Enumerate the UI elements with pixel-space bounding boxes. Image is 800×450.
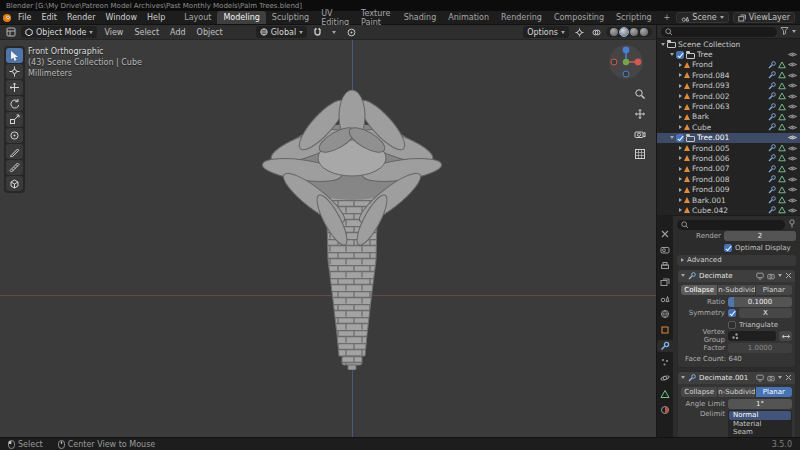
menu-window[interactable]: Window xyxy=(100,11,142,24)
tool-measure[interactable] xyxy=(6,160,23,175)
menu-file[interactable]: File xyxy=(13,11,36,24)
modifier-header[interactable]: Decimate xyxy=(678,270,795,282)
workspace-tab-animation[interactable]: Animation xyxy=(442,11,495,24)
tool-transform[interactable] xyxy=(6,128,23,143)
outliner-row-mesh[interactable]: Frond.063 xyxy=(657,101,800,111)
display-viewport-icon[interactable] xyxy=(756,374,764,382)
outliner-row-mesh[interactable]: Frond.093 xyxy=(657,81,800,91)
factor-slider[interactable]: 1.0000 xyxy=(728,343,792,353)
tab-physics[interactable] xyxy=(658,372,672,384)
tab-output[interactable] xyxy=(658,260,672,272)
zoom-button[interactable] xyxy=(634,88,646,102)
eye-icon[interactable] xyxy=(788,176,797,183)
modifier-extras-chevron[interactable] xyxy=(778,376,782,379)
workspace-tab-rendering[interactable]: Rendering xyxy=(495,11,548,24)
3d-viewport[interactable]: Front Orthographic (43) Scene Collection… xyxy=(0,40,656,437)
outliner-row-mesh[interactable]: Frond.008 xyxy=(657,174,800,184)
symmetry-checkbox[interactable] xyxy=(728,309,736,317)
camera-view-button[interactable] xyxy=(634,128,646,142)
tab-particles[interactable] xyxy=(658,356,672,368)
outliner-options-chevron[interactable] xyxy=(792,30,796,33)
workspace-tab-layout[interactable]: Layout xyxy=(178,11,217,24)
tab-material[interactable] xyxy=(658,404,672,416)
outliner-row-mesh[interactable]: Cube.042 xyxy=(657,205,800,215)
scene-selector[interactable]: Scene xyxy=(676,12,728,23)
add-workspace-button[interactable]: + xyxy=(658,11,677,24)
menu-edit[interactable]: Edit xyxy=(36,11,62,24)
expand-icon[interactable] xyxy=(679,115,682,119)
outliner-row-mesh[interactable]: Cube xyxy=(657,122,800,132)
eye-icon[interactable] xyxy=(788,186,797,193)
expand-icon[interactable] xyxy=(679,156,682,160)
mode-collapse-button[interactable]: Collapse xyxy=(681,387,717,397)
eye-icon[interactable] xyxy=(788,103,797,110)
editor-type-button[interactable] xyxy=(4,26,18,38)
outliner-row-scene-collection[interactable]: Scene Collection xyxy=(657,39,800,49)
menu-render[interactable]: Render xyxy=(62,11,100,24)
tool-rotate[interactable] xyxy=(6,96,23,111)
mode-unsubdivide-button[interactable]: Un-Subdivide xyxy=(718,387,754,397)
eye-icon[interactable] xyxy=(788,197,797,204)
tool-cursor[interactable] xyxy=(6,64,23,79)
snap-settings-button[interactable] xyxy=(327,26,341,38)
expand-icon[interactable] xyxy=(679,63,682,67)
expand-icon[interactable] xyxy=(679,105,682,109)
tab-object[interactable] xyxy=(658,324,672,336)
tab-object-data[interactable] xyxy=(658,388,672,400)
outliner-row-mesh[interactable]: Bark.001 xyxy=(657,195,800,205)
advanced-panel-header[interactable]: Advanced xyxy=(677,255,796,266)
show-overlays-button[interactable] xyxy=(589,26,603,38)
angle-limit-slider[interactable]: 1° xyxy=(728,399,792,409)
outliner-row-mesh[interactable]: Frond.007 xyxy=(657,164,800,174)
collection-checkbox[interactable] xyxy=(676,134,684,142)
eye-icon[interactable] xyxy=(788,82,797,89)
mode-planar-button[interactable]: Planar xyxy=(756,285,792,295)
tab-view-layer[interactable] xyxy=(658,276,672,288)
tab-render[interactable] xyxy=(658,244,672,256)
outliner-row-mesh[interactable]: Frond.084 xyxy=(657,70,800,80)
modifier-header[interactable]: Decimate.001 xyxy=(678,372,795,384)
expand-icon[interactable] xyxy=(670,53,674,56)
expand-icon[interactable] xyxy=(679,125,682,129)
shading-material-button[interactable] xyxy=(630,28,638,36)
outliner-row-tree[interactable]: Tree xyxy=(657,49,800,59)
expand-icon[interactable] xyxy=(679,188,682,192)
display-render-icon[interactable] xyxy=(767,374,775,382)
outliner-search-input[interactable] xyxy=(675,28,773,36)
outliner-search[interactable] xyxy=(661,27,777,37)
ratio-slider[interactable]: 0.1000 xyxy=(728,297,792,307)
workspace-tab-uv-editing[interactable]: UV Editing xyxy=(315,11,355,24)
shading-rendered-button[interactable] xyxy=(640,28,648,36)
eye-icon[interactable] xyxy=(788,61,797,68)
show-gizmo-button[interactable] xyxy=(572,26,586,38)
toggle-orthographic-button[interactable] xyxy=(634,148,646,162)
eye-icon[interactable] xyxy=(788,134,797,141)
workspace-tab-texture-paint[interactable]: Texture Paint xyxy=(355,11,398,24)
eye-icon[interactable] xyxy=(788,72,797,79)
modifier-name[interactable]: Decimate xyxy=(699,272,753,280)
expand-icon[interactable] xyxy=(679,73,682,77)
view-layer-selector[interactable]: ViewLayer xyxy=(733,12,795,23)
invert-vertex-group-button[interactable] xyxy=(779,331,792,341)
mode-unsubdivide-button[interactable]: Un-Subdivide xyxy=(718,285,754,295)
eye-icon[interactable] xyxy=(788,165,797,172)
eye-icon[interactable] xyxy=(788,145,797,152)
viewport-menu-add[interactable]: Add xyxy=(166,28,190,37)
expand-icon[interactable] xyxy=(679,208,682,212)
expand-icon[interactable] xyxy=(661,43,665,46)
tool-annotate[interactable] xyxy=(6,144,23,159)
triangulate-checkbox[interactable] xyxy=(728,321,736,329)
mode-planar-button[interactable]: Planar xyxy=(756,387,792,397)
expand-icon[interactable] xyxy=(679,146,682,150)
properties-search-input[interactable] xyxy=(691,221,781,229)
expand-icon[interactable] xyxy=(679,167,682,171)
tab-modifiers[interactable] xyxy=(657,340,673,352)
viewport-menu-object[interactable]: Object xyxy=(193,28,227,37)
outliner-row-mesh[interactable]: Bark xyxy=(657,112,800,122)
modifier-name[interactable]: Decimate.001 xyxy=(699,374,753,382)
viewport-menu-select[interactable]: Select xyxy=(130,28,163,37)
workspace-tab-sculpting[interactable]: Sculpting xyxy=(266,11,315,24)
mode-collapse-button[interactable]: Collapse xyxy=(681,285,717,295)
pin-icon[interactable] xyxy=(788,219,796,230)
expand-icon[interactable] xyxy=(670,136,674,139)
